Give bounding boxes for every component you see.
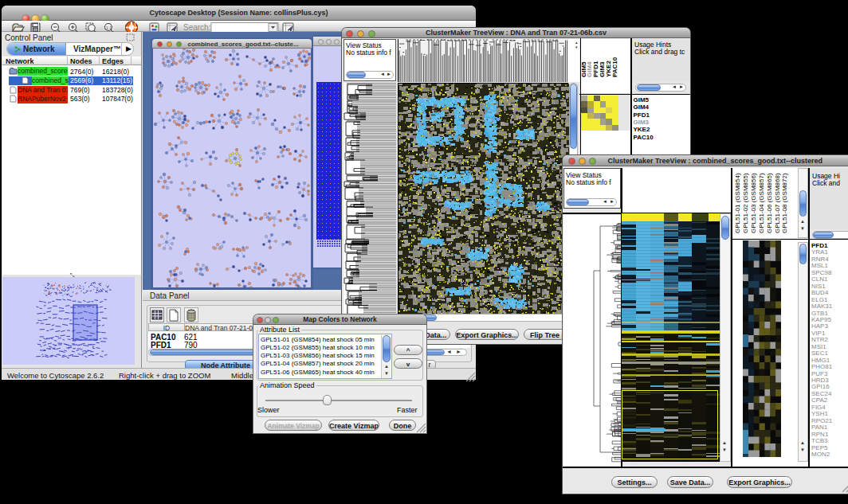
svg-text:Search:: Search:	[183, 23, 210, 32]
svg-text:1:1: 1:1	[106, 25, 112, 30]
